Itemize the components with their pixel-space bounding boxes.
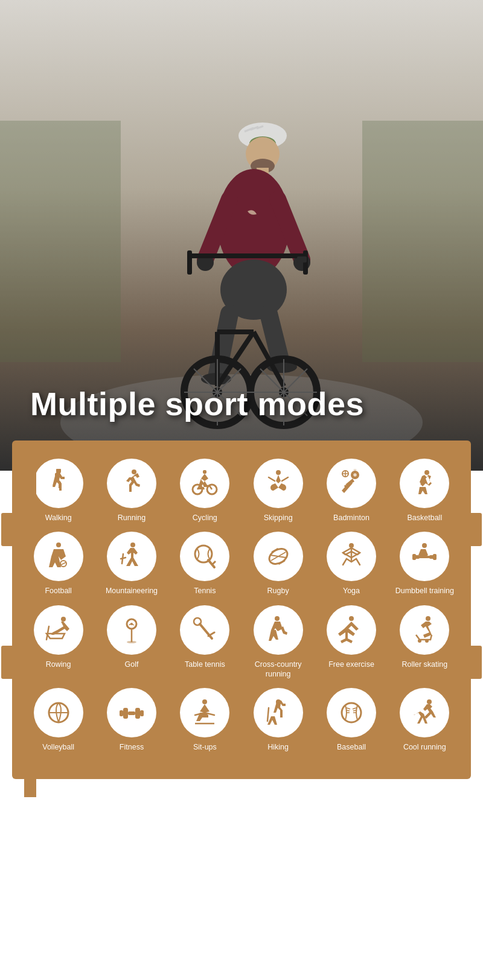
sport-tabletennis: Table tennis: [171, 605, 239, 679]
skipping-icon: [264, 469, 293, 498]
svg-point-107: [427, 699, 432, 704]
svg-line-19: [269, 314, 281, 362]
sport-hiking: Hiking: [244, 688, 312, 752]
sport-badminton: Badminton: [317, 459, 385, 523]
sport-row-3: Rowing Golf Table tennis Cross-country r…: [24, 605, 459, 679]
sport-row-4: Volleyball Fitness Sit-ups Hiking: [24, 688, 459, 752]
sport-freeexercise: Free exercise: [317, 605, 385, 679]
rugby-label: Rugby: [267, 586, 289, 596]
sport-rollerskating: Roller skating: [391, 605, 459, 679]
svg-point-46: [203, 470, 206, 474]
sport-crosscountry: Cross-country running: [244, 605, 312, 679]
svg-line-67: [271, 552, 286, 561]
fitness-icon-circle: [107, 688, 156, 737]
sport-rugby: Rugby: [244, 532, 312, 596]
rowing-icon-circle: [34, 605, 83, 655]
sport-mountaineering: Mountaineering: [97, 532, 165, 596]
football-label: Football: [45, 586, 71, 596]
svg-line-102: [347, 710, 350, 711]
svg-point-58: [130, 542, 135, 547]
svg-rect-22: [187, 253, 308, 258]
sport-golf: Golf: [97, 605, 165, 679]
walking-icon: [44, 469, 73, 498]
skipping-label: Skipping: [264, 513, 293, 523]
svg-line-60: [121, 558, 126, 559]
mountaineering-icon: [117, 542, 146, 571]
hiking-icon: [264, 698, 293, 727]
freeexercise-label: Free exercise: [328, 660, 374, 669]
svg-rect-91: [120, 710, 123, 716]
svg-point-55: [424, 470, 429, 475]
rollerskating-label: Roller skating: [401, 660, 447, 669]
rowing-icon: [44, 616, 73, 644]
svg-line-49: [282, 477, 288, 481]
svg-point-79: [130, 623, 133, 625]
svg-rect-92: [140, 710, 144, 716]
svg-line-83: [200, 624, 212, 638]
sports-card: Walking Running Cycling Skipping: [12, 441, 471, 779]
coolrunning-icon-circle: [400, 688, 449, 737]
yoga-label: Yoga: [343, 586, 360, 596]
mountaineering-icon-circle: [107, 532, 156, 581]
svg-line-101: [347, 708, 350, 709]
svg-point-56: [56, 542, 61, 547]
running-icon: [117, 469, 146, 498]
crosscountry-icon: [264, 616, 293, 644]
dumbbell-icon-circle: [400, 532, 449, 581]
hiking-label: Hiking: [267, 742, 289, 752]
svg-rect-93: [123, 708, 128, 719]
sport-situps: Sit-ups: [171, 688, 239, 752]
svg-line-99: [267, 708, 269, 721]
yoga-icon: [337, 542, 366, 571]
svg-point-76: [61, 617, 66, 622]
walking-icon-circle: [34, 459, 83, 508]
svg-point-86: [349, 616, 354, 621]
svg-point-100: [342, 703, 361, 722]
crosscountry-label: Cross-country running: [244, 660, 312, 679]
tabletennis-icon: [190, 616, 219, 644]
volleyball-icon-circle: [34, 688, 83, 737]
basketball-label: Basketball: [407, 513, 442, 523]
fitness-icon: [117, 698, 146, 727]
sport-walking: Walking: [24, 459, 92, 523]
running-label: Running: [118, 513, 146, 523]
basketball-icon-circle: [400, 459, 449, 508]
sport-row-2: Football Mountaineering Tennis Rugby: [24, 532, 459, 596]
svg-point-85: [275, 616, 280, 621]
sport-basketball: Basketball: [391, 459, 459, 523]
rugby-icon: [264, 542, 293, 571]
fitness-label: Fitness: [120, 742, 144, 752]
sports-section: Walking Running Cycling Skipping: [0, 441, 483, 803]
svg-line-63: [212, 561, 216, 565]
svg-point-47: [276, 470, 281, 475]
rowing-label: Rowing: [46, 660, 71, 669]
walking-label: Walking: [45, 513, 72, 523]
notch-left-1: [1, 513, 13, 546]
sport-cycling: Cycling: [171, 459, 239, 523]
dumbbell-icon: [410, 542, 439, 571]
svg-point-96: [202, 699, 207, 704]
sport-skipping: Skipping: [244, 459, 312, 523]
svg-rect-94: [135, 708, 140, 719]
sport-coolrunning: Cool running: [391, 688, 459, 752]
rollerskating-icon-circle: [400, 605, 449, 655]
dumbbell-label: Dumbbell training: [395, 586, 454, 596]
mountaineering-label: Mountaineering: [106, 586, 158, 596]
hero-section: Multiple sport modes: [0, 0, 483, 471]
svg-rect-2: [362, 121, 483, 362]
svg-rect-95: [128, 711, 135, 715]
sport-dumbbell: Dumbbell training: [391, 532, 459, 596]
sport-running: Running: [97, 459, 165, 523]
coolrunning-icon: [410, 698, 439, 727]
svg-point-70: [422, 543, 427, 548]
crosscountry-icon-circle: [254, 605, 303, 655]
svg-rect-1: [0, 121, 121, 362]
skipping-icon-circle: [254, 459, 303, 508]
freeexercise-icon-circle: [327, 605, 376, 655]
svg-rect-23: [187, 250, 192, 275]
sport-rowing: Rowing: [24, 605, 92, 679]
golf-label: Golf: [125, 660, 139, 669]
sport-yoga: Yoga: [317, 532, 385, 596]
badminton-icon: [337, 469, 366, 498]
running-icon-circle: [107, 459, 156, 508]
